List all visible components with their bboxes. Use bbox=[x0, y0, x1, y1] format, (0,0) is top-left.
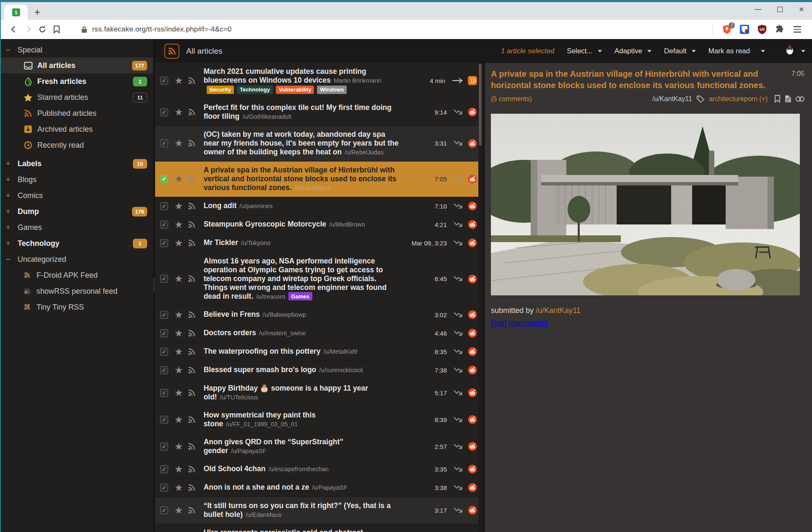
expander-icon[interactable]: − bbox=[6, 255, 18, 264]
view-mode-dropdown[interactable]: Adaptive bbox=[615, 47, 651, 55]
article-title[interactable]: The waterproofing on this pottery bbox=[204, 347, 321, 355]
article-checkbox[interactable]: ✓ bbox=[160, 221, 168, 229]
article-checkbox[interactable]: ✓ bbox=[160, 443, 168, 451]
mark-read-dropdown[interactable]: Mark as read bbox=[708, 47, 765, 55]
maximize-button[interactable] bbox=[773, 4, 786, 15]
list-scrollbar[interactable] bbox=[478, 63, 482, 532]
expander-icon[interactable]: + bbox=[6, 175, 18, 184]
ublock-extension-icon[interactable]: U0 bbox=[755, 22, 769, 37]
star-icon[interactable]: ★ bbox=[174, 365, 183, 375]
tag-chip[interactable]: Technology bbox=[237, 86, 273, 94]
address-bar[interactable]: rss.fakecake.org/tt-rss/index.php#f=-4&c… bbox=[71, 25, 713, 34]
list-reading-splitter[interactable] bbox=[482, 63, 485, 532]
sidebar-category-dump[interactable]: +Dump176 bbox=[1, 203, 153, 219]
tag-chip[interactable]: Vulnerability bbox=[276, 86, 314, 94]
expander-icon[interactable]: + bbox=[6, 159, 18, 168]
extensions-puzzle-icon[interactable] bbox=[773, 22, 787, 37]
article-checkbox[interactable]: ✓ bbox=[160, 366, 168, 374]
article-row[interactable]: ✓★Old School 4chan/u/escapefromthechan3:… bbox=[155, 460, 482, 479]
article-title[interactable]: Ulro represents narcissistic cold and ab… bbox=[204, 528, 363, 532]
expander-icon[interactable]: + bbox=[6, 191, 18, 200]
star-icon[interactable]: ★ bbox=[174, 201, 183, 211]
expander-icon[interactable]: + bbox=[6, 239, 18, 248]
sidebar-item-published-articles[interactable]: Published articles bbox=[1, 105, 153, 121]
article-checkbox[interactable]: ✓ bbox=[160, 506, 168, 514]
article-row[interactable]: ✓★Steampunk Gyroscopic Motorcycle/u/Blvd… bbox=[155, 216, 482, 234]
sidebar-category-games[interactable]: +Games bbox=[1, 219, 153, 235]
article-checkbox[interactable]: ✓ bbox=[160, 275, 168, 283]
sidebar-category-uncategorized[interactable]: −Uncategorized bbox=[1, 251, 153, 267]
comments-link[interactable]: [comments] bbox=[508, 319, 547, 327]
star-icon[interactable]: ★ bbox=[174, 220, 183, 229]
tag-chip[interactable]: Security bbox=[207, 86, 234, 94]
article-title[interactable]: Anon gives QRD on the “SuperStraight” ge… bbox=[204, 438, 344, 455]
article-row[interactable]: ✓★Blessed super smash bro's logo/u/suren… bbox=[155, 361, 482, 380]
sidebar-item-archived-articles[interactable]: Archived articles bbox=[1, 121, 153, 137]
bookmark-icon[interactable] bbox=[49, 22, 64, 37]
article-checkbox[interactable]: ✓ bbox=[160, 239, 168, 247]
article-checkbox[interactable]: ✓ bbox=[160, 465, 168, 473]
article-row[interactable]: ✓★Perfect fit for this complex tile cut!… bbox=[155, 99, 482, 126]
article-row[interactable]: ✓★“It still turns on so you can fix it r… bbox=[155, 497, 482, 524]
article-tags-link[interactable]: architectureporn (+) bbox=[709, 95, 768, 103]
article-row[interactable]: ✓★Anon gives QRD on the “SuperStraight” … bbox=[155, 433, 482, 460]
article-row[interactable]: ✓★A private spa in the Austrian village … bbox=[155, 162, 482, 197]
article-title[interactable]: Anon is not a she and not a ze bbox=[204, 483, 309, 491]
star-icon[interactable]: ★ bbox=[174, 138, 183, 148]
article-row[interactable]: ✓★Almost 16 years ago, NSA performed int… bbox=[155, 253, 482, 306]
article-checkbox[interactable]: ✓ bbox=[160, 348, 168, 356]
article-title[interactable]: Long adit bbox=[204, 201, 237, 210]
sort-dropdown[interactable]: Default bbox=[664, 47, 696, 55]
minimize-button[interactable]: — bbox=[752, 4, 764, 15]
new-tab-button[interactable]: + bbox=[31, 6, 44, 18]
sidebar-item-fresh-articles[interactable]: Fresh articles1 bbox=[1, 73, 153, 89]
expander-icon[interactable]: + bbox=[6, 207, 18, 216]
article-checkbox[interactable]: ✓ bbox=[160, 389, 168, 397]
sidebar-category-blogs[interactable]: +Blogs bbox=[1, 172, 153, 188]
article-title[interactable]: Blessed super smash bro's logo bbox=[204, 365, 316, 374]
article-row[interactable]: ✓★Believe in Frens/u/Babowpbowp3:02 bbox=[155, 306, 482, 324]
star-icon[interactable]: ★ bbox=[174, 506, 183, 515]
star-icon[interactable]: ★ bbox=[174, 329, 183, 338]
star-icon[interactable]: ★ bbox=[174, 76, 183, 86]
star-icon[interactable]: ★ bbox=[174, 274, 183, 284]
article-title[interactable]: Doctors orders bbox=[204, 329, 256, 337]
article-row[interactable]: ✓★Doctors orders/u/insolent_swine4:46 bbox=[155, 324, 482, 343]
article-row[interactable]: ✓★How symmetrical they paint this stone/… bbox=[155, 407, 482, 433]
star-icon[interactable]: ★ bbox=[174, 107, 183, 117]
share-link-icon[interactable] bbox=[796, 96, 804, 102]
sidebar-category-labels[interactable]: +Labels15 bbox=[1, 156, 153, 172]
star-icon[interactable]: ★ bbox=[174, 238, 183, 248]
article-checkbox[interactable]: ✓ bbox=[160, 416, 168, 424]
note-icon[interactable] bbox=[785, 95, 791, 103]
article-row[interactable]: ✓★Mr Tickler/u/TokyonoMar 09, 3:23 bbox=[155, 234, 482, 253]
star-icon[interactable]: ★ bbox=[174, 415, 183, 425]
sidebar-item-all-articles[interactable]: All articles177 bbox=[1, 57, 153, 73]
browser-tab[interactable]: 1 bbox=[4, 5, 28, 20]
article-row[interactable]: ✓★Long adit/u/panmines7:10 bbox=[155, 197, 482, 216]
article-row[interactable]: ✓★Happy Birthday 🎂 someone is a happy 11… bbox=[155, 380, 482, 407]
article-checkbox[interactable]: ✓ bbox=[160, 139, 168, 147]
star-icon[interactable]: ★ bbox=[174, 388, 183, 398]
article-title[interactable]: Perfect fit for this complex tile cut! M… bbox=[204, 103, 392, 120]
sidebar-category-technology[interactable]: +Technology1 bbox=[1, 235, 153, 251]
article-title[interactable]: “It still turns on so you can fix it rig… bbox=[204, 501, 391, 519]
article-row[interactable]: ✓★The waterproofing on this pottery/u/Me… bbox=[155, 343, 482, 361]
article-checkbox[interactable]: ✓ bbox=[160, 311, 168, 319]
publish-bookmark-icon[interactable] bbox=[774, 95, 781, 103]
article-title[interactable]: Steampunk Gyroscopic Motorcycle bbox=[204, 220, 327, 228]
article-checkbox[interactable]: ✓ bbox=[160, 329, 168, 337]
collapse-icon[interactable]: − bbox=[6, 46, 18, 55]
article-checkbox[interactable]: ✓ bbox=[160, 484, 168, 492]
sidebar-feed-f-droid-apk-feed[interactable]: F-Droid APK Feed bbox=[1, 267, 153, 283]
article-checkbox[interactable]: ✓ bbox=[160, 175, 168, 183]
article-title[interactable]: Mr Tickler bbox=[204, 238, 238, 247]
browser-menu-icon[interactable] bbox=[790, 22, 804, 37]
article-row[interactable]: ✓★Anon is not a she and not a ze/u/Papay… bbox=[155, 479, 482, 497]
tag-chip[interactable]: Games bbox=[288, 292, 312, 300]
star-icon[interactable]: ★ bbox=[174, 347, 183, 357]
brave-extension-icon[interactable]: 7 bbox=[720, 22, 734, 37]
star-icon[interactable]: ★ bbox=[174, 310, 183, 320]
reload-icon[interactable] bbox=[35, 22, 49, 37]
article-checkbox[interactable]: ✓ bbox=[160, 77, 168, 85]
